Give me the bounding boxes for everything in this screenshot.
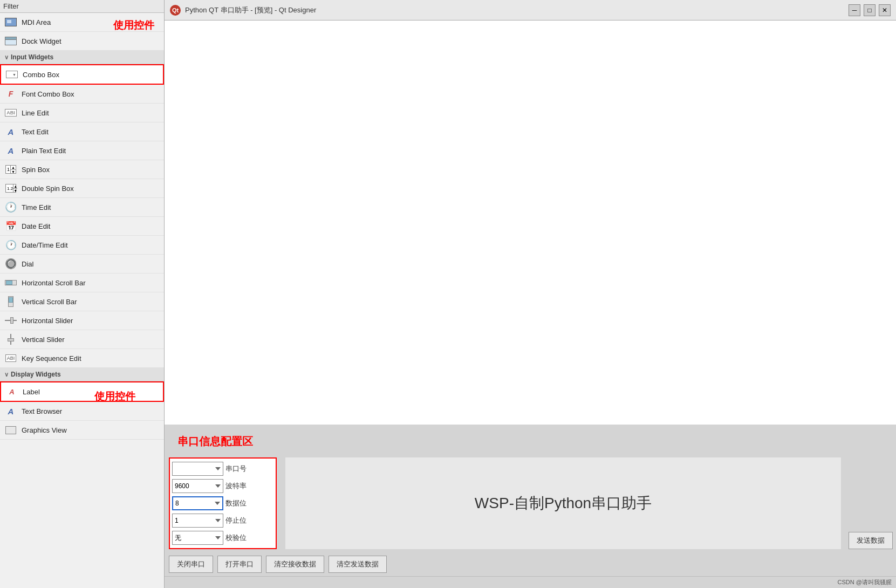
sidebar-item-vertical-slider[interactable]: Vertical Slider (0, 330, 164, 349)
plain-text-edit-icon: A (4, 144, 17, 157)
footer-bar: CSDN @请叫我骚腥 (165, 576, 896, 588)
filter-label: Filter (3, 2, 19, 10)
stop-select[interactable]: 1 1.5 2 (172, 514, 223, 528)
graphics-view-icon (4, 423, 17, 436)
sidebar-item-horizontal-slider[interactable]: Horizontal Slider (0, 311, 164, 330)
usage-label-label: 使用控件 (94, 389, 135, 404)
minimize-button[interactable]: ─ (849, 4, 860, 16)
date-edit-icon: 📅 (4, 220, 17, 233)
sidebar-item-label: Plain Text Edit (22, 147, 66, 155)
double-spin-box-icon: 1.2 ▲ ▼ (4, 182, 17, 195)
main-display-area: WSP-自制Python串口助手 (285, 457, 841, 549)
maximize-button[interactable]: □ (864, 4, 876, 16)
sidebar-item-dock-widget[interactable]: Dock Widget (0, 32, 164, 51)
label-widget-icon: A (5, 385, 18, 398)
sidebar-item-label: Time Edit (22, 203, 51, 211)
text-edit-icon: A (4, 125, 17, 138)
serial-config-title: 串口信息配置区 (170, 429, 891, 452)
qt-logo: Qt (170, 5, 181, 16)
mdi-icon (4, 16, 17, 29)
sidebar-item-time-edit[interactable]: 🕐 Time Edit (0, 198, 164, 217)
sidebar-item-text-edit[interactable]: A Text Edit (0, 122, 164, 141)
sidebar-item-dial[interactable]: 🔘 Dial (0, 255, 164, 274)
combo-icon: ▼ (5, 68, 18, 81)
sidebar-item-font-combo-box[interactable]: F Font Combo Box (0, 85, 164, 104)
port-select[interactable]: COM1 COM2 (172, 462, 223, 476)
usage-combo-label: 使用控件 (113, 18, 154, 32)
close-serial-button[interactable]: 关闭串口 (169, 556, 213, 573)
baud-label: 波特率 (225, 481, 252, 491)
clear-receive-button[interactable]: 清空接收数据 (266, 556, 324, 573)
vscrollbar-icon (4, 295, 17, 308)
sidebar: Filter 使用控件 使用控件 MDI Area Dock Widget (0, 0, 165, 588)
sidebar-item-label: Dock Widget (22, 37, 61, 45)
sidebar-item-label: Date/Time Edit (22, 241, 68, 249)
titlebar: Qt Python QT 串口助手 - [预览] - Qt Designer ─… (165, 0, 896, 20)
config-row-stop: 1 1.5 2 停止位 (172, 512, 273, 529)
key-sequence-icon: ABI (4, 352, 17, 365)
check-select[interactable]: 无 奇 偶 (172, 531, 223, 545)
hslider-icon (4, 314, 17, 327)
port-label: 串口号 (225, 464, 252, 474)
section-display-widgets: ∨ Display Widgets (0, 368, 164, 381)
chevron-icon: ∨ (4, 371, 9, 378)
send-area: 发送数据 (845, 454, 896, 552)
qt-designer-window: Qt Python QT 串口助手 - [预览] - Qt Designer ─… (165, 0, 896, 588)
sidebar-item-vertical-scroll-bar[interactable]: Vertical Scroll Bar (0, 292, 164, 311)
datetime-edit-icon: 🕐 (4, 238, 17, 251)
sidebar-item-horizontal-scroll-bar[interactable]: Horizontal Scroll Bar (0, 274, 164, 292)
dock-icon (4, 35, 17, 47)
sidebar-item-label: Vertical Scroll Bar (22, 298, 77, 306)
title-controls[interactable]: ─ □ ✕ (849, 4, 891, 16)
qt-content: 串口信息配置区 COM1 COM2 串口号 9600 (165, 20, 896, 588)
config-box: COM1 COM2 串口号 9600 115200 38400 波特率 (169, 457, 277, 549)
config-row-data: 8 7 6 5 数据位 (172, 495, 273, 511)
serial-config-section: 串口信息配置区 (165, 425, 896, 454)
sidebar-item-label: Date Edit (22, 222, 50, 230)
text-browser-icon: A (4, 405, 17, 418)
font-combo-icon: F (4, 87, 17, 100)
sidebar-item-label: Font Combo Box (22, 90, 74, 98)
sidebar-item-plain-text-edit[interactable]: A Plain Text Edit (0, 141, 164, 160)
footer-text: CSDN @请叫我骚腥 (838, 578, 892, 586)
sidebar-item-label: Dial (22, 260, 33, 268)
clear-send-button[interactable]: 清空发送数据 (329, 556, 387, 573)
sidebar-item-label: MDI Area (22, 18, 51, 26)
sidebar-item-label: Double Spin Box (22, 184, 74, 193)
line-edit-icon: ABI (4, 106, 17, 119)
sidebar-item-label: Key Sequence Edit (22, 354, 81, 363)
hscrollbar-icon (4, 276, 17, 289)
sidebar-item-text-browser[interactable]: A Text Browser (0, 402, 164, 421)
data-select[interactable]: 8 7 6 5 (172, 496, 223, 510)
stop-label: 停止位 (225, 516, 252, 525)
baud-select[interactable]: 9600 115200 38400 (172, 479, 223, 493)
sidebar-item-combo-box[interactable]: ▼ Combo Box (0, 64, 164, 85)
vslider-icon (4, 333, 17, 346)
close-button[interactable]: ✕ (879, 4, 891, 16)
sidebar-item-label: Text Browser (22, 407, 62, 415)
sidebar-item-datetime-edit[interactable]: 🕐 Date/Time Edit (0, 236, 164, 255)
sidebar-item-date-edit[interactable]: 📅 Date Edit (0, 217, 164, 236)
sidebar-item-label: Horizontal Slider (22, 317, 73, 325)
sidebar-item-label: Combo Box (23, 71, 59, 79)
sidebar-item-label: Graphics View (22, 426, 67, 434)
title-left: Qt Python QT 串口助手 - [预览] - Qt Designer (170, 5, 316, 16)
send-data-button[interactable]: 发送数据 (849, 532, 893, 549)
sidebar-item-label: Text Edit (22, 128, 49, 136)
sidebar-item-label: Vertical Slider (22, 336, 64, 344)
action-buttons-left: 关闭串口 打开串口 清空接收数据 清空发送数据 (169, 556, 387, 573)
sidebar-item-key-sequence-edit[interactable]: ABI Key Sequence Edit (0, 349, 164, 368)
sidebar-item-label[interactable]: A Label (0, 381, 164, 402)
window-title: Python QT 串口助手 - [预览] - Qt Designer (185, 5, 316, 15)
dial-icon: 🔘 (4, 257, 17, 270)
sidebar-item-label: Spin Box (22, 166, 50, 174)
open-serial-button[interactable]: 打开串口 (217, 556, 262, 573)
sidebar-item-line-edit[interactable]: ABI Line Edit (0, 104, 164, 122)
time-edit-icon: 🕐 (4, 201, 17, 214)
sidebar-item-double-spin-box[interactable]: 1.2 ▲ ▼ Double Spin Box (0, 179, 164, 198)
sidebar-item-spin-box[interactable]: 1 ▲ ▼ Spin Box (0, 160, 164, 179)
form-white-area (165, 20, 896, 425)
config-row-check: 无 奇 偶 校验位 (172, 530, 273, 546)
sidebar-item-graphics-view[interactable]: Graphics View (0, 421, 164, 440)
config-row-port: COM1 COM2 串口号 (172, 461, 273, 477)
